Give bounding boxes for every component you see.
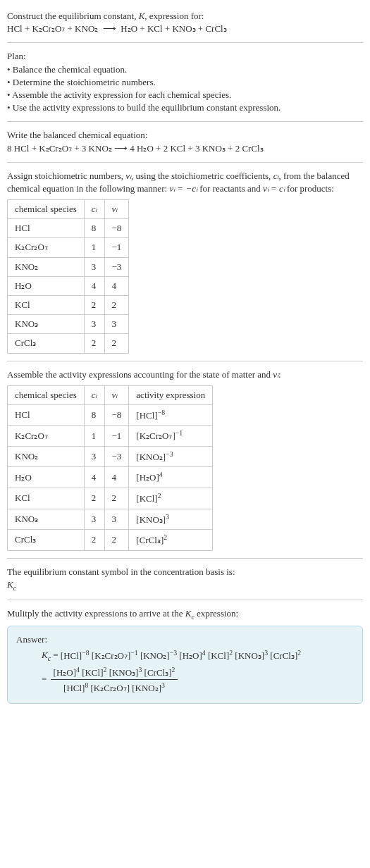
cell-nui: 2 [104, 296, 129, 315]
plan-bullet: • Determine the stoichiometric numbers. [7, 76, 363, 89]
cell-nui: −3 [104, 446, 129, 467]
activity-base: [KNO₂] [136, 452, 166, 462]
term-base: [CrCl₃] [270, 650, 297, 661]
term: [HCl]−8 [61, 650, 90, 661]
separator [7, 162, 363, 163]
cell-nui: −8 [104, 219, 129, 238]
cell-nui: 4 [104, 467, 129, 488]
ans-eq2: = [42, 674, 49, 684]
cell-ci: 2 [84, 530, 104, 551]
assign-text-part: for reactants and [197, 183, 263, 194]
assign-nui: νᵢ [125, 170, 131, 181]
cell-activity: [CrCl₃]2 [129, 530, 213, 551]
table-row: KNO₃33 [8, 315, 129, 334]
cell-species: H₂O [8, 467, 85, 488]
cell-ci: 2 [84, 296, 104, 315]
cell-ci: 1 [84, 426, 104, 447]
separator [7, 42, 363, 43]
term-exp: 3 [161, 681, 165, 688]
term: [H₂O]4 [54, 667, 80, 678]
assign-text-part: for products: [285, 183, 334, 194]
stoich-table: chemical species cᵢ νᵢ HCl8−8K₂Cr₂O₇1−1K… [7, 199, 129, 354]
plan-bullet: • Use the activity expressions to build … [7, 101, 363, 114]
answer-fraction: [H₂O]4 [KCl]2 [KNO₃]3 [CrCl₃]2 [HCl]8 [K… [51, 665, 178, 695]
term-base: [KNO₂] [140, 650, 170, 661]
activity-exp: 4 [159, 471, 163, 478]
multiply-text-part: expression: [195, 608, 238, 619]
cell-species: KNO₂ [8, 446, 85, 467]
term: [CrCl₃]2 [144, 667, 175, 678]
symbol-text: The equilibrium constant symbol in the c… [7, 566, 363, 578]
cell-activity: [K₂Cr₂O₇]−1 [129, 426, 213, 447]
term-base: [H₂O] [54, 667, 76, 678]
intro-line1: Construct the equilibrium constant, K, e… [7, 10, 363, 23]
cell-species: KNO₂ [8, 257, 85, 276]
col-species: chemical species [8, 200, 85, 219]
multiply-text-part: Mulitply the activity expressions to arr… [7, 608, 185, 619]
activity-base: [CrCl₃] [136, 535, 164, 545]
multiply-section: Mulitply the activity expressions to arr… [7, 603, 363, 708]
term: [CrCl₃]2 [270, 650, 301, 661]
cell-activity: [KCl]2 [129, 488, 213, 509]
cell-ci: 4 [84, 276, 104, 295]
term-base: [KNO₃] [109, 667, 139, 678]
cell-ci: 3 [84, 509, 104, 530]
term-base: [K₂Cr₂O₇] [92, 650, 130, 661]
assemble-nui: νᵢ [273, 369, 278, 380]
activity-exp: 2 [158, 492, 161, 500]
cell-nui: 3 [104, 509, 129, 530]
table-header-row: chemical species cᵢ νᵢ activity expressi… [8, 385, 213, 404]
table-row: CrCl₃22[CrCl₃]2 [8, 530, 213, 551]
col-ci: cᵢ [84, 200, 104, 219]
cell-species: H₂O [8, 276, 85, 295]
cell-species: KNO₃ [8, 509, 85, 530]
term: [KCl]2 [82, 667, 106, 678]
answer-line2: = [H₂O]4 [KCl]2 [KNO₃]3 [CrCl₃]2 [HCl]8 … [16, 665, 354, 695]
table-row: H₂O44[H₂O]4 [8, 467, 213, 488]
fraction-numerator: [H₂O]4 [KCl]2 [KNO₃]3 [CrCl₃]2 [51, 665, 178, 681]
answer-box: Answer: Kc = [HCl]−8 [K₂Cr₂O₇]−1 [KNO₂]−… [7, 626, 363, 704]
col-nui: νᵢ [104, 200, 129, 219]
eq-rhs: H₂O + KCl + KNO₃ + CrCl₃ [121, 23, 226, 34]
term-exp: 2 [104, 666, 107, 674]
table-row: KCl22[KCl]2 [8, 488, 213, 509]
multiply-text: Mulitply the activity expressions to arr… [7, 607, 363, 621]
term: [K₂Cr₂O₇]−1 [92, 650, 138, 661]
intro-text: Construct the equilibrium constant, [7, 11, 139, 21]
assemble-text-part: : [278, 369, 281, 380]
cell-activity: [KNO₂]−3 [129, 446, 213, 467]
symbol-section: The equilibrium constant symbol in the c… [7, 562, 363, 597]
term-exp: 4 [202, 648, 206, 656]
balanced-section: Write the balanced chemical equation: 8 … [7, 125, 363, 159]
cell-species: K₂Cr₂O₇ [8, 426, 85, 447]
balanced-equation: 8 HCl + K₂Cr₂O₇ + 3 KNO₂ ⟶ 4 H₂O + 2 KCl… [7, 142, 363, 155]
assemble-section: Assemble the activity expressions accoun… [7, 364, 363, 555]
assign-text: Assign stoichiometric numbers, νᵢ, using… [7, 170, 363, 195]
table-row: KNO₂3−3 [8, 257, 129, 276]
term-base: [KNO₃] [235, 650, 264, 661]
assign-text-part: , using the stoichiometric coefficients, [131, 170, 273, 181]
activity-base: [K₂Cr₂O₇] [136, 431, 175, 442]
eq-lhs: HCl + K₂Cr₂O₇ + KNO₂ [7, 23, 98, 34]
cell-ci: 8 [84, 219, 104, 238]
term: [KNO₂]3 [132, 683, 165, 693]
term-base: [KNO₂] [132, 683, 161, 693]
balanced-heading: Write the balanced chemical equation: [7, 129, 363, 142]
cell-nui: −3 [104, 257, 129, 276]
cell-ci: 3 [84, 446, 104, 467]
cell-ci: 1 [84, 238, 104, 257]
term-exp: −3 [170, 648, 177, 656]
term-exp: −8 [82, 648, 89, 656]
cell-ci: 8 [84, 404, 104, 426]
table-header-row: chemical species cᵢ νᵢ [8, 200, 129, 219]
term-base: [H₂O] [179, 650, 202, 661]
cell-species: KCl [8, 488, 85, 509]
term: [KNO₂]−3 [140, 650, 177, 661]
cell-species: CrCl₃ [8, 334, 85, 353]
table-row: HCl8−8 [8, 219, 129, 238]
intro-equation: HCl + K₂Cr₂O₇ + KNO₂ ⟶ H₂O + KCl + KNO₃ … [7, 23, 363, 35]
term: [KCl]2 [208, 650, 233, 661]
cell-activity: [KNO₃]3 [129, 509, 213, 530]
assign-rel2: νᵢ = cᵢ [263, 183, 285, 194]
cell-activity: [HCl]−8 [129, 404, 213, 426]
